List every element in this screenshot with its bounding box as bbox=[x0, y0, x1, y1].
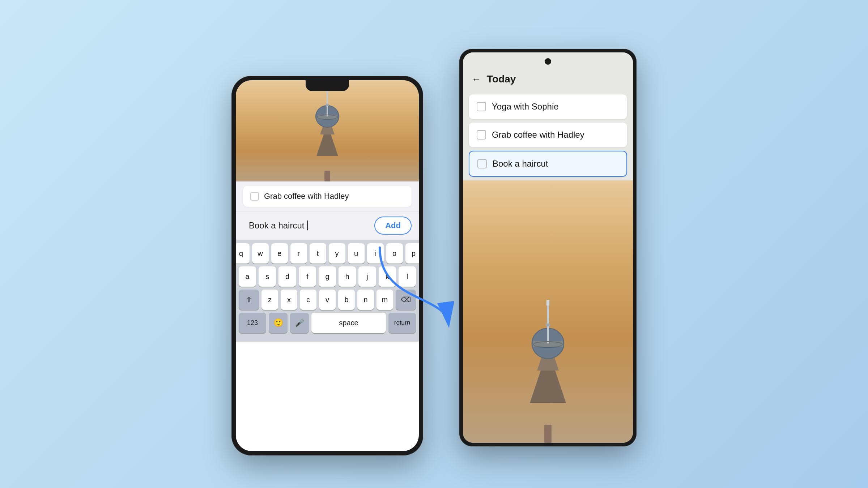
task-item-coffee[interactable]: Grab coffee with Hadley bbox=[469, 123, 627, 147]
key-x[interactable]: x bbox=[281, 290, 297, 310]
android-task-list: Yoga with Sophie Grab coffee with Hadley… bbox=[463, 91, 633, 180]
task-item-coffee[interactable]: Grab coffee with Hadley bbox=[243, 186, 412, 207]
key-g[interactable]: g bbox=[319, 266, 336, 287]
key-e[interactable]: e bbox=[271, 243, 288, 264]
key-w[interactable]: w bbox=[252, 243, 269, 264]
key-123[interactable]: 123 bbox=[239, 313, 266, 333]
key-shift[interactable]: ⇧ bbox=[239, 290, 259, 310]
key-y[interactable]: y bbox=[329, 243, 345, 264]
android-header: ← Today bbox=[463, 70, 633, 91]
key-a[interactable]: a bbox=[239, 266, 256, 287]
svg-rect-5 bbox=[327, 87, 328, 116]
key-emoji[interactable]: 🙂 bbox=[269, 313, 288, 333]
task-checkbox-coffee[interactable] bbox=[250, 192, 259, 201]
svg-rect-8 bbox=[317, 115, 337, 119]
key-u[interactable]: u bbox=[348, 243, 365, 264]
android-device: ← Today Yoga with Sophie Grab coffee wit… bbox=[459, 49, 637, 446]
back-button[interactable]: ← bbox=[472, 74, 481, 85]
arrow-graphic bbox=[373, 237, 467, 338]
key-b[interactable]: b bbox=[338, 290, 355, 310]
task-input-field[interactable]: Book a haircut bbox=[243, 217, 370, 234]
iphone-task-bar: Grab coffee with Hadley bbox=[236, 181, 419, 211]
android-page-title: Today bbox=[487, 73, 516, 85]
key-f[interactable]: f bbox=[299, 266, 316, 287]
key-n[interactable]: n bbox=[357, 290, 374, 310]
key-t[interactable]: t bbox=[310, 243, 326, 264]
svg-rect-6 bbox=[326, 104, 329, 106]
task-checkbox-yoga[interactable] bbox=[477, 102, 486, 111]
svg-rect-16 bbox=[546, 324, 550, 326]
svg-rect-19 bbox=[546, 300, 549, 305]
key-c[interactable]: c bbox=[300, 290, 316, 310]
svg-marker-11 bbox=[530, 371, 566, 403]
svg-rect-10 bbox=[544, 425, 552, 443]
svg-marker-1 bbox=[316, 134, 338, 156]
task-label-yoga: Yoga with Sophie bbox=[492, 102, 559, 112]
android-status-bar bbox=[463, 52, 633, 70]
key-r[interactable]: r bbox=[290, 243, 307, 264]
berlin-tower-android bbox=[508, 298, 588, 443]
key-z[interactable]: z bbox=[261, 290, 278, 310]
task-label-haircut: Book a haircut bbox=[493, 159, 548, 169]
svg-rect-18 bbox=[533, 341, 563, 347]
svg-rect-0 bbox=[324, 171, 330, 181]
key-d[interactable]: d bbox=[278, 266, 296, 287]
task-checkbox-haircut[interactable] bbox=[477, 159, 487, 168]
task-checkbox-coffee[interactable] bbox=[477, 130, 486, 140]
iphone-notch bbox=[306, 80, 349, 91]
android-camera bbox=[545, 58, 551, 65]
key-q[interactable]: q bbox=[236, 243, 250, 264]
android-background-image bbox=[463, 180, 633, 443]
task-label-coffee: Grab coffee with Hadley bbox=[264, 192, 349, 201]
task-item-yoga[interactable]: Yoga with Sophie bbox=[469, 94, 627, 119]
add-button[interactable]: Add bbox=[374, 217, 412, 235]
key-h[interactable]: h bbox=[339, 266, 356, 287]
svg-rect-15 bbox=[547, 302, 549, 343]
berlin-tower-iphone bbox=[295, 84, 360, 181]
key-v[interactable]: v bbox=[319, 290, 336, 310]
iphone-input-area: Book a haircut Add bbox=[236, 211, 419, 240]
key-mic[interactable]: 🎤 bbox=[290, 313, 309, 333]
iphone-background-image bbox=[236, 80, 419, 181]
task-label-coffee: Grab coffee with Hadley bbox=[492, 130, 584, 140]
key-s[interactable]: s bbox=[259, 266, 276, 287]
task-item-haircut[interactable]: Book a haircut bbox=[469, 151, 627, 177]
